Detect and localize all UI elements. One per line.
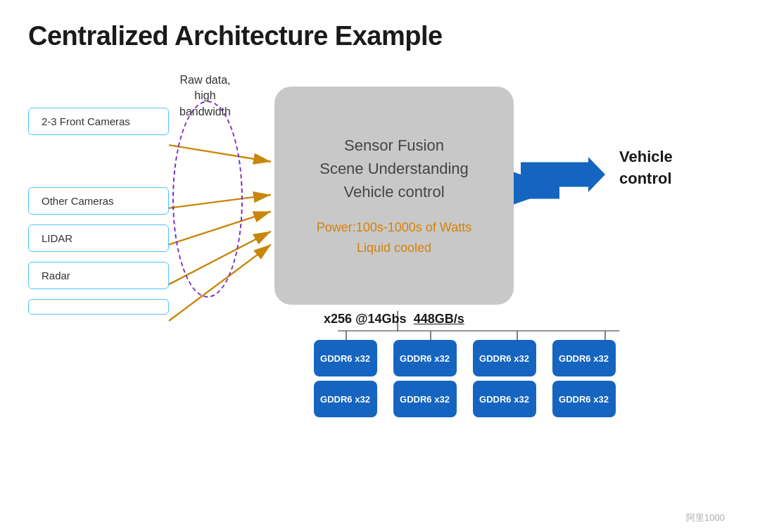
memory-card-3-2: GDDR6 x32 — [473, 381, 536, 417]
memory-specs: x256 @14Gbs 448GB/s — [324, 312, 464, 327]
memory-card-4-1: GDDR6 x32 — [552, 340, 616, 376]
memory-columns: GDDR6 x32 GDDR6 x32 GDDR6 x32 GDDR6 x32 … — [310, 340, 619, 417]
vehicle-control-area — [521, 157, 605, 192]
fusion-power: Power:100s-1000s of Watts Liquid cooled — [317, 217, 471, 258]
memory-card-2-1: GDDR6 x32 — [393, 340, 457, 376]
sensor-box-front-cameras: 2-3 Front Cameras — [28, 108, 169, 135]
memory-card-2-2: GDDR6 x32 — [393, 381, 457, 417]
memory-card-1-2: GDDR6 x32 — [314, 381, 377, 417]
sensor-boxes: 2-3 Front Cameras Other Cameras LIDAR Ra… — [28, 108, 169, 315]
fusion-box: Sensor Fusion Scene Understanding Vehicl… — [274, 87, 514, 305]
memory-column-3: GDDR6 x32 GDDR6 x32 — [469, 340, 540, 417]
watermark: 阿里1000 — [686, 512, 725, 524]
vehicle-control-label: Vehicle control — [619, 146, 673, 190]
vehicle-control-arrow — [521, 157, 605, 192]
sensor-box-unknown — [28, 299, 169, 315]
page-title: Centralized Architecture Example — [28, 21, 732, 51]
sensor-box-radar: Radar — [28, 262, 169, 289]
diagram-area: Raw data, high bandwidth 2-3 Front Camer… — [28, 65, 732, 530]
sensor-box-lidar: LIDAR — [28, 224, 169, 252]
fusion-title: Sensor Fusion Scene Understanding Vehicl… — [319, 134, 469, 203]
sensor-box-other-cameras: Other Cameras — [28, 187, 169, 215]
memory-column-2: GDDR6 x32 GDDR6 x32 — [389, 340, 460, 417]
memory-column-1: GDDR6 x32 GDDR6 x32 — [310, 340, 381, 417]
memory-card-1-1: GDDR6 x32 — [314, 340, 377, 376]
memory-card-4-2: GDDR6 x32 — [552, 381, 616, 417]
memory-grid-container: GDDR6 x32 GDDR6 x32 GDDR6 x32 GDDR6 x32 … — [310, 340, 619, 417]
dashed-oval — [172, 101, 243, 298]
page-container: Centralized Architecture Example — [0, 0, 760, 532]
memory-card-3-1: GDDR6 x32 — [473, 340, 536, 376]
memory-column-4: GDDR6 x32 GDDR6 x32 — [548, 340, 619, 417]
